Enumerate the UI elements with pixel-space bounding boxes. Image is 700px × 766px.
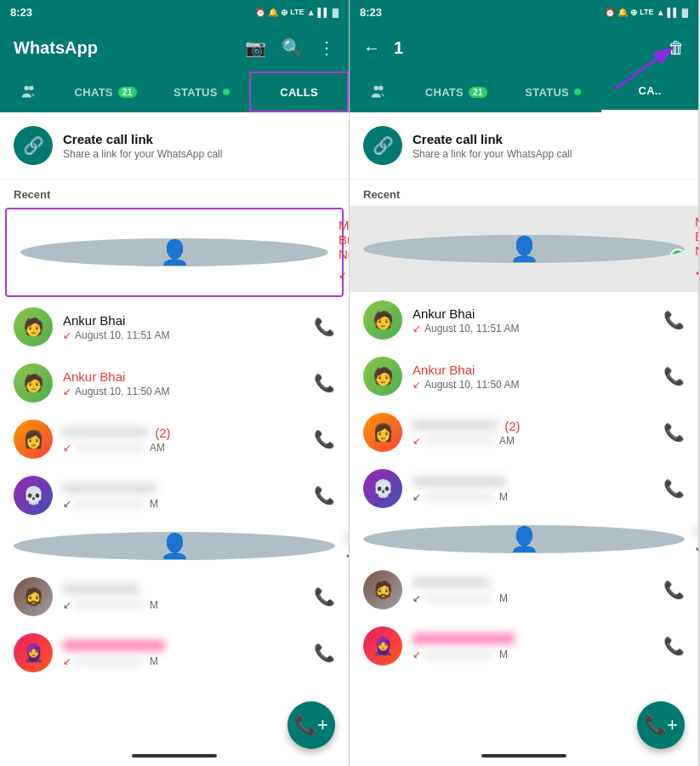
count-3-right: (2) [504, 419, 520, 433]
selection-count: 1 [394, 38, 403, 58]
call-time-row-4-left: ↙ M [63, 498, 304, 510]
call-phone-1-left[interactable]: 📞 [314, 317, 335, 337]
lte-badge: LTE [290, 8, 304, 16]
create-call-link-left[interactable]: 🔗 Create call link Share a link for your… [0, 112, 349, 180]
call-item-1-right[interactable]: 🧑 Ankur Bhai ↙ August 10, 11:51 AM 📞 [350, 292, 698, 348]
chats-badge-left: 21 [118, 87, 137, 98]
calls-label-left: Calls [280, 86, 318, 99]
status-dot-left [223, 89, 230, 95]
call-phone-4-left[interactable]: 📞 [314, 485, 335, 506]
count-3-left: (2) [155, 426, 170, 440]
call-item-0-left[interactable]: 👤 My Business Number(2) ↙ Today, 4:38 PM… [7, 209, 342, 295]
app-header-left: WhatsApp 📷 🔍 ⋮ [0, 24, 349, 71]
status-label-right: Status [525, 86, 569, 99]
call-phone-6-right[interactable]: 📞 [663, 580, 685, 600]
call-item-4-right[interactable]: 💀 ↙ M 📞 [350, 460, 698, 517]
call-phone-7-right[interactable]: 📞 [663, 636, 685, 656]
svg-point-2 [374, 86, 379, 91]
avatar-2-right: 🧑 [363, 357, 402, 396]
avatar-check-0-right: ✓ [670, 249, 685, 263]
call-item-6-left[interactable]: 🧔 ↙ M 📞 [0, 569, 349, 625]
camera-icon[interactable]: 📷 [245, 37, 266, 58]
call-phone-7-left[interactable]: 📞 [314, 643, 335, 663]
call-info-7-left: ↙ M [63, 639, 304, 667]
call-item-6-right[interactable]: 🧔 ↙ M 📞 [350, 562, 698, 618]
call-time-row-5-left: ↙ PM [345, 548, 349, 560]
call-link-subtitle-left: Share a link for your WhatsApp call [63, 148, 222, 160]
call-phone-3-right[interactable]: 📞 [663, 422, 685, 443]
call-item-2-right[interactable]: 🧑 Ankur Bhai ↙ August 10, 11:50 AM 📞 [350, 348, 698, 404]
call-phone-1-right[interactable]: 📞 [663, 310, 685, 330]
call-item-3-right[interactable]: 👩 (2) ↙ AM 📞 [350, 404, 698, 460]
status-label-left: Status [174, 86, 218, 99]
more-vertical-icon[interactable]: ⋮ [318, 37, 335, 58]
call-arrow-4-right: ↙ [413, 491, 421, 503]
call-info-1-right: Ankur Bhai ↙ August 10, 11:51 AM [413, 306, 653, 334]
avatar-0-right: 👤 ✓ [363, 235, 685, 263]
tab-calls-right[interactable]: Ca.. [601, 71, 698, 112]
tab-chats-right[interactable]: Chats 21 [407, 71, 504, 112]
tab-chats-left[interactable]: Chats 21 [58, 71, 154, 112]
call-item-5-left[interactable]: 👤 ↙ PM 📞 [0, 523, 349, 569]
call-time-row-5-right: ↙ PM [695, 541, 698, 553]
call-info-4-left: ↙ M [63, 482, 304, 510]
back-button[interactable]: ← [363, 38, 380, 58]
call-time-row-4-right: ↙ M [413, 491, 653, 503]
delete-button[interactable]: 🗑 [668, 38, 685, 58]
tab-communities-right[interactable] [350, 71, 407, 112]
call-phone-6-left[interactable]: 📞 [314, 586, 335, 607]
call-item-0-right[interactable]: 👤 ✓ My Business Number(2) ↙ Today, 4:38 … [350, 206, 698, 292]
status-dot-right [574, 89, 581, 95]
content-right: 🔗 Create call link Share a link for your… [350, 112, 698, 746]
tab-status-right[interactable]: Status [504, 71, 601, 112]
call-item-7-left[interactable]: 🧕 ↙ M 📞 [0, 625, 349, 681]
avatar-7-right: 🧕 [363, 626, 402, 666]
time-left: 8:23 [10, 6, 32, 19]
call-arrow-1-right: ↙ [413, 323, 421, 334]
call-name-4-left [63, 482, 304, 496]
avatar-4-right: 💀 [363, 469, 402, 508]
call-phone-4-right[interactable]: 📞 [663, 478, 685, 499]
fab-icon-right: 📞+ [644, 714, 678, 736]
calls-label-right: Ca.. [638, 84, 661, 97]
call-item-0-right-wrapper: 👤 ✓ My Business Number(2) ↙ Today, 4:38 … [350, 206, 698, 292]
tab-communities-left[interactable] [0, 71, 58, 112]
call-time-row-1-left: ↙ August 10, 11:51 AM [63, 329, 304, 341]
call-phone-3-left[interactable]: 📞 [314, 429, 335, 449]
call-arrow-4-left: ↙ [63, 498, 71, 510]
call-item-1-left[interactable]: 🧑 Ankur Bhai ↙ August 10, 11:51 AM 📞 [0, 299, 349, 355]
nav-indicator-right [481, 754, 566, 757]
call-time-row-0-left: ↙ Today, 4:38 PM [339, 263, 349, 287]
search-icon[interactable]: 🔍 [282, 37, 303, 58]
tab-status-left[interactable]: Status [153, 71, 249, 112]
call-item-7-right[interactable]: 🧕 ↙ M 📞 [350, 618, 698, 674]
call-time-row-7-left: ↙ M [63, 655, 304, 667]
call-arrow-6-right: ↙ [413, 592, 421, 604]
tab-calls-left[interactable]: Calls [249, 71, 349, 112]
avatar-2-left: 🧑 [14, 363, 53, 403]
call-item-4-left[interactable]: 💀 ↙ M 📞 [0, 467, 349, 523]
call-item-3-left[interactable]: 👩 (2) ↙ AM 📞 [0, 411, 349, 467]
call-name-2-left: Ankur Bhai [63, 369, 304, 384]
status-icons-right: ⏰ 🔔 ⊕ LTE ▲ ▌▌ ▓ [605, 8, 688, 17]
call-name-7-right [413, 632, 653, 647]
call-link-title-left: Create call link [63, 132, 222, 146]
call-item-2-left[interactable]: 🧑 Ankur Bhai ↙ August 10, 11:50 AM 📞 [0, 355, 349, 411]
content-left: 🔗 Create call link Share a link for your… [0, 112, 349, 746]
call-link-subtitle-right: Share a link for your WhatsApp call [413, 148, 572, 160]
call-item-5-right[interactable]: 👤 ↙ PM 📞 [350, 517, 698, 562]
call-name-1-left: Ankur Bhai [63, 313, 304, 328]
call-info-2-right: Ankur Bhai ↙ August 10, 11:50 AM [413, 363, 653, 391]
call-name-6-right [413, 576, 653, 591]
fab-left[interactable]: 📞+ [287, 701, 335, 749]
call-phone-2-left[interactable]: 📞 [314, 373, 335, 393]
call-arrow-0-right: ↙ [695, 266, 698, 277]
fab-right[interactable]: 📞+ [637, 701, 685, 749]
call-arrow-3-right: ↙ [413, 435, 421, 447]
avatar-3-right: 👩 [363, 413, 402, 452]
create-call-link-right[interactable]: 🔗 Create call link Share a link for your… [350, 112, 698, 180]
call-phone-2-right[interactable]: 📞 [663, 366, 685, 386]
call-time-row-2-right: ↙ August 10, 11:50 AM [413, 379, 653, 391]
call-info-6-left: ↙ M [63, 583, 304, 611]
call-name-1-right: Ankur Bhai [413, 306, 653, 321]
